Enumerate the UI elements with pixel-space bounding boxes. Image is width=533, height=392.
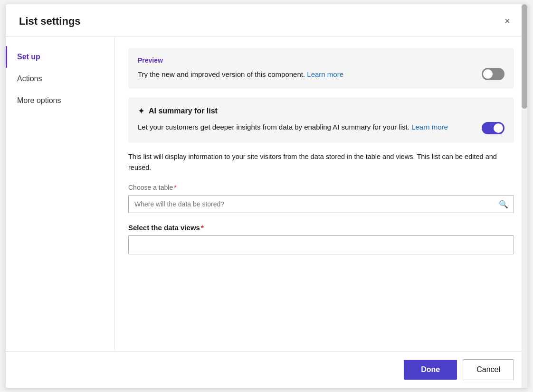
info-text: This list will display information to yo… xyxy=(128,151,514,173)
search-icon: 🔍 xyxy=(499,200,508,209)
select-views-field: Select the data views* xyxy=(128,224,514,254)
scrollbar-track xyxy=(522,37,527,351)
preview-toggle[interactable] xyxy=(482,68,504,80)
done-button[interactable]: Done xyxy=(404,360,457,380)
select-views-input[interactable] xyxy=(128,235,514,254)
ai-summary-toggle[interactable] xyxy=(482,122,504,134)
ai-summary-card: ✦ AI summary for list Let your customers… xyxy=(128,97,514,143)
choose-table-input-wrap: 🔍 xyxy=(128,195,514,213)
ai-sparkle-icon: ✦ xyxy=(138,106,145,116)
dialog-title: List settings xyxy=(19,15,81,28)
choose-table-input[interactable] xyxy=(128,195,514,213)
sidebar: Set up Actions More options xyxy=(6,37,115,351)
choose-table-field: Choose a table* 🔍 xyxy=(128,184,514,213)
sidebar-item-more-options-label: More options xyxy=(17,96,61,104)
ai-card-text: Let your customers get deeper insights f… xyxy=(138,122,474,133)
preview-card: Preview Try the new and improved version… xyxy=(128,48,514,89)
dialog-body: Set up Actions More options Preview Try … xyxy=(6,37,527,351)
sidebar-item-actions[interactable]: Actions xyxy=(6,68,114,90)
sidebar-item-setup-label: Set up xyxy=(17,53,40,61)
main-content: Preview Try the new and improved version… xyxy=(115,37,527,351)
dialog-header: List settings × xyxy=(6,4,527,37)
ai-card-title: AI summary for list xyxy=(149,107,218,115)
ai-learn-more-link[interactable]: Learn more xyxy=(411,123,448,131)
preview-card-text: Try the new and improved version of this… xyxy=(138,70,474,78)
close-icon: × xyxy=(504,16,510,27)
sidebar-item-setup[interactable]: Set up xyxy=(6,46,114,68)
select-views-label: Select the data views* xyxy=(128,224,514,232)
preview-learn-more-link[interactable]: Learn more xyxy=(307,70,343,78)
close-button[interactable]: × xyxy=(501,14,514,28)
list-settings-dialog: List settings × Set up Actions More opti… xyxy=(5,4,528,388)
ai-card-row: Let your customers get deeper insights f… xyxy=(138,122,504,134)
ai-card-header: ✦ AI summary for list xyxy=(138,106,504,116)
preview-card-row: Try the new and improved version of this… xyxy=(138,68,504,80)
scrollbar-thumb[interactable] xyxy=(522,37,527,109)
choose-table-label: Choose a table* xyxy=(128,184,514,191)
preview-badge: Preview xyxy=(138,56,504,64)
cancel-button[interactable]: Cancel xyxy=(463,359,514,380)
sidebar-item-more-options[interactable]: More options xyxy=(6,90,114,112)
dialog-footer: Done Cancel xyxy=(6,351,527,388)
sidebar-item-actions-label: Actions xyxy=(17,75,42,83)
